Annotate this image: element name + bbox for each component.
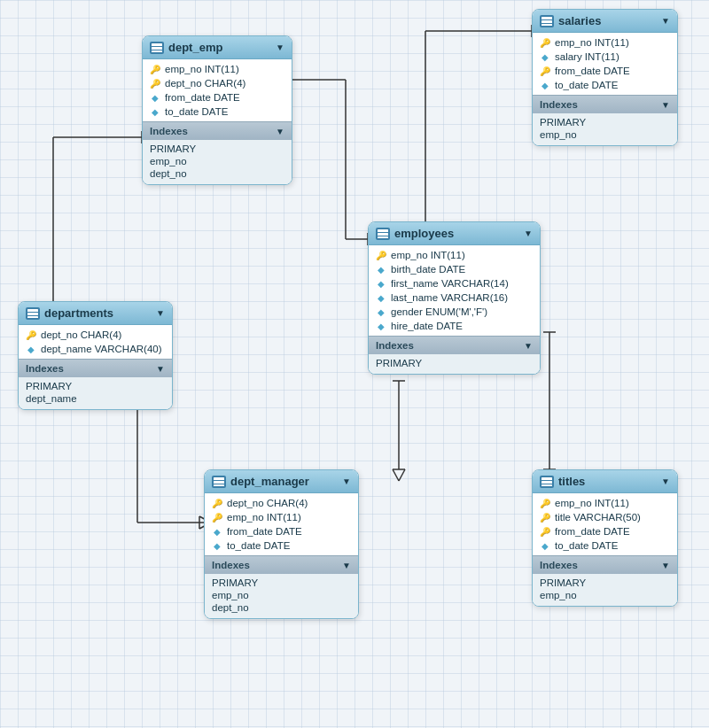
salaries-table-icon [540, 15, 554, 27]
salaries-indexes-body: PRIMARY emp_no [533, 113, 677, 145]
svg-line-28 [393, 469, 399, 481]
index-row: PRIMARY [540, 116, 670, 128]
salaries-indexes-header[interactable]: Indexes ▼ [533, 95, 677, 113]
dept-emp-indexes-body: PRIMARY emp_no dept_no [143, 140, 292, 184]
field-name: last_name VARCHAR(16) [391, 292, 508, 303]
departments-table-icon [26, 307, 40, 320]
field-name: to_date DATE [165, 106, 228, 117]
key-icon: 🔑 [212, 512, 222, 523]
employees-dropdown[interactable]: ▼ [524, 228, 533, 238]
index-row: PRIMARY [376, 357, 533, 369]
indexes-dropdown[interactable]: ▼ [156, 364, 165, 374]
svg-rect-46 [27, 309, 38, 312]
table-employees: employees ▼ 🔑 emp_no INT(11) ◆ birth_dat… [368, 221, 541, 375]
field-name: title VARCHAR(50) [555, 512, 641, 523]
dept-manager-indexes-header[interactable]: Indexes ▼ [205, 555, 358, 574]
dept-emp-header[interactable]: dept_emp ▼ [143, 36, 292, 59]
indexes-dropdown[interactable]: ▼ [524, 341, 533, 351]
departments-indexes-header[interactable]: Indexes ▼ [19, 359, 172, 377]
index-row: emp_no [540, 128, 670, 141]
field-name: dept_no CHAR(4) [165, 78, 245, 89]
table-departments: departments ▼ 🔑 dept_no CHAR(4) ◆ dept_n… [18, 301, 173, 410]
svg-rect-40 [541, 17, 552, 19]
departments-title: departments [44, 306, 152, 320]
dept-emp-table-icon [150, 42, 164, 54]
field-row: ◆ to_date DATE [205, 538, 358, 553]
field-row: 🔑 from_date DATE [533, 64, 677, 78]
field-name: dept_name VARCHAR(40) [41, 344, 162, 354]
indexes-label: Indexes [540, 99, 578, 110]
diamond-icon: ◆ [540, 540, 550, 551]
indexes-label: Indexes [26, 363, 64, 374]
key-icon: 🔑 [150, 64, 160, 74]
employees-fields: 🔑 emp_no INT(11) ◆ birth_date DATE ◆ fir… [369, 245, 540, 336]
indexes-label: Indexes [212, 560, 250, 570]
indexes-label: Indexes [150, 126, 188, 136]
field-name: gender ENUM('M','F') [391, 306, 487, 317]
diamond-icon: ◆ [212, 540, 222, 551]
table-dept-emp: dept_emp ▼ 🔑 emp_no INT(11) 🔑 dept_no CH… [142, 35, 292, 185]
dept-emp-indexes-header[interactable]: Indexes ▼ [143, 121, 292, 140]
field-row: ◆ from_date DATE [205, 524, 358, 538]
titles-indexes-header[interactable]: Indexes ▼ [533, 555, 677, 574]
field-name: dept_no CHAR(4) [227, 498, 308, 508]
field-row: ◆ to_date DATE [533, 78, 677, 92]
diamond-icon: ◆ [376, 278, 386, 289]
field-row: 🔑 dept_no CHAR(4) [205, 496, 358, 510]
key-icon: 🔑 [540, 37, 550, 48]
field-row: ◆ last_name VARCHAR(16) [369, 290, 540, 305]
index-row: PRIMARY [540, 577, 670, 589]
field-row: 🔑 emp_no INT(11) [533, 35, 677, 50]
dept-emp-dropdown[interactable]: ▼ [276, 43, 284, 52]
dept-emp-title: dept_emp [168, 41, 271, 54]
dept-manager-dropdown[interactable]: ▼ [342, 476, 351, 486]
field-row: 🔑 from_date DATE [533, 524, 677, 538]
dept-emp-fields: 🔑 emp_no INT(11) 🔑 dept_no CHAR(4) ◆ fro… [143, 59, 292, 121]
field-row: 🔑 emp_no INT(11) [205, 510, 358, 524]
field-row: 🔑 dept_no CHAR(4) [19, 328, 172, 342]
key-icon: 🔑 [376, 250, 386, 260]
table-dept-manager: dept_manager ▼ 🔑 dept_no CHAR(4) 🔑 emp_n… [204, 469, 359, 619]
employees-indexes-header[interactable]: Indexes ▼ [369, 336, 540, 354]
key-icon: 🔑 [540, 526, 550, 537]
index-row: emp_no [212, 589, 351, 601]
svg-rect-49 [214, 477, 224, 480]
field-name: hire_date DATE [391, 321, 463, 331]
field-name: emp_no INT(11) [165, 64, 239, 74]
field-name: from_date DATE [555, 526, 630, 537]
key-icon: 🔑 [540, 512, 550, 523]
svg-rect-42 [541, 24, 552, 26]
field-name: from_date DATE [555, 66, 630, 76]
field-name: first_name VARCHAR(14) [391, 278, 509, 289]
dept-manager-title: dept_manager [230, 475, 338, 488]
dept-manager-table-icon [212, 476, 226, 488]
field-name: from_date DATE [227, 526, 302, 537]
table-titles: titles ▼ 🔑 emp_no INT(11) 🔑 title VARCHA… [532, 469, 678, 607]
diamond-icon: ◆ [376, 306, 386, 317]
salaries-header[interactable]: salaries ▼ [533, 10, 677, 33]
index-row: PRIMARY [26, 380, 165, 392]
indexes-dropdown[interactable]: ▼ [661, 561, 670, 570]
field-row: ◆ hire_date DATE [369, 319, 540, 333]
indexes-dropdown[interactable]: ▼ [276, 127, 284, 136]
salaries-dropdown[interactable]: ▼ [661, 16, 670, 26]
departments-header[interactable]: departments ▼ [19, 302, 172, 325]
field-row: 🔑 emp_no INT(11) [143, 62, 292, 76]
employees-header[interactable]: employees ▼ [369, 222, 540, 245]
dept-manager-header[interactable]: dept_manager ▼ [205, 470, 358, 493]
departments-dropdown[interactable]: ▼ [156, 308, 165, 318]
table-salaries: salaries ▼ 🔑 emp_no INT(11) ◆ salary INT… [532, 9, 678, 146]
indexes-dropdown[interactable]: ▼ [661, 100, 670, 110]
salaries-fields: 🔑 emp_no INT(11) ◆ salary INT(11) 🔑 from… [533, 33, 677, 95]
field-row: ◆ salary INT(11) [533, 50, 677, 64]
svg-rect-41 [541, 20, 552, 23]
employees-title: employees [394, 227, 519, 240]
titles-header[interactable]: titles ▼ [533, 470, 677, 493]
svg-line-29 [399, 469, 405, 481]
field-name: emp_no INT(11) [555, 37, 629, 48]
key-icon: 🔑 [212, 498, 222, 508]
titles-dropdown[interactable]: ▼ [661, 476, 670, 486]
index-row: PRIMARY [212, 577, 351, 589]
field-row: ◆ to_date DATE [143, 105, 292, 119]
indexes-dropdown[interactable]: ▼ [342, 561, 351, 570]
